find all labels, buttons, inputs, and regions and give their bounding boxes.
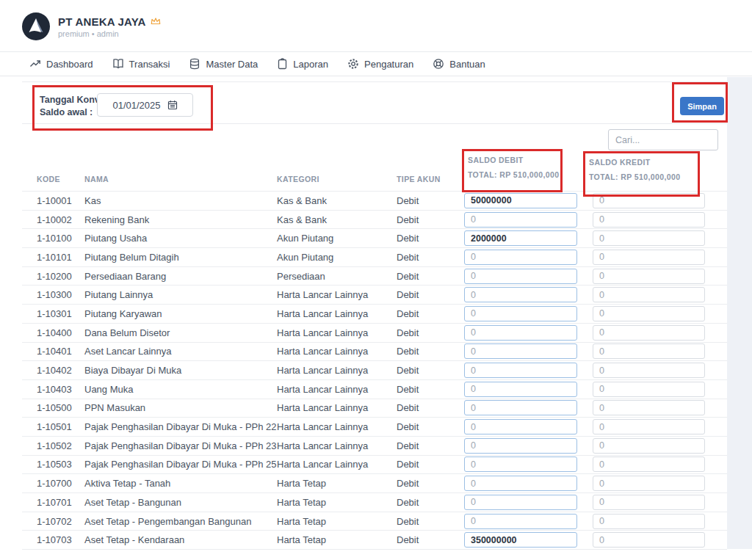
nav-item-bantuan[interactable]: Bantuan [433, 58, 485, 70]
cell-nama: Aset Tetap - Pengembangan Bangunan [84, 516, 277, 527]
cell-kategori: Harta Lancar Lainnya [277, 459, 397, 470]
kredit-amount-input[interactable] [593, 476, 705, 491]
kredit-amount-input[interactable] [593, 230, 705, 246]
kredit-amount-input[interactable] [593, 193, 705, 208]
cell-kategori: Kas & Bank [277, 214, 397, 225]
kredit-amount-input[interactable] [593, 250, 705, 265]
col-header-kode: KODE [37, 175, 60, 183]
cell-kategori: Harta Tetap [277, 478, 397, 489]
debit-amount-input[interactable] [464, 495, 577, 510]
cell-kategori: Harta Lancar Lainnya [277, 365, 397, 376]
cell-kategori: Harta Lancar Lainnya [277, 421, 397, 432]
table-row: 1-10301 Piutang Karyawan Harta Lancar La… [22, 305, 727, 324]
table-row: 1-10401 Aset Lancar Lainnya Harta Lancar… [22, 343, 727, 362]
kredit-amount-input[interactable] [593, 532, 705, 548]
cell-tipe-akun: Debit [397, 459, 464, 470]
nav-item-pengaturan[interactable]: Pengaturan [347, 58, 413, 70]
cell-kategori: Akun Piutang [277, 233, 397, 244]
nav-item-laporan[interactable]: Laporan [277, 58, 328, 70]
cell-nama: Pajak Penghasilan Dibayar Di Muka - PPh … [84, 421, 277, 432]
kredit-amount-input[interactable] [593, 400, 705, 415]
cell-nama: Piutang Karyawan [84, 308, 277, 319]
kredit-amount-input[interactable] [593, 363, 705, 378]
debit-amount-input[interactable] [464, 325, 577, 341]
cell-tipe-akun: Debit [397, 516, 464, 527]
main-nav: Dashboard Transaksi Master Data Laporan [0, 51, 752, 76]
nav-item-master-data[interactable]: Master Data [189, 58, 258, 70]
debit-amount-input[interactable] [464, 532, 577, 548]
kredit-amount-input[interactable] [593, 325, 705, 341]
table-row: 1-10701 Aset Tetap - Bangunan Harta Teta… [22, 493, 727, 512]
plan-role-subtitle: premium • admin [58, 29, 161, 38]
cell-kode: 1-10100 [22, 233, 84, 244]
table-row: 1-10500 PPN Masukan Harta Lancar Lainnya… [22, 399, 727, 418]
cell-tipe-akun: Debit [397, 195, 464, 206]
debit-amount-input[interactable] [464, 514, 577, 529]
cell-kategori: Harta Lancar Lainnya [277, 402, 397, 413]
debit-amount-input[interactable] [464, 343, 577, 359]
cell-tipe-akun: Debit [397, 271, 464, 282]
kredit-amount-input[interactable] [593, 212, 705, 228]
kredit-amount-input[interactable] [593, 306, 705, 321]
debit-amount-input[interactable] [464, 476, 577, 491]
nav-label: Transaksi [129, 59, 170, 70]
table-row: 1-10702 Aset Tetap - Pengembangan Bangun… [22, 512, 727, 531]
kredit-amount-input[interactable] [593, 269, 705, 284]
debit-amount-input[interactable] [464, 193, 577, 208]
brand[interactable]: PT ANEKA JAYA premium • admin [22, 12, 161, 40]
debit-amount-input[interactable] [464, 287, 577, 302]
debit-amount-input[interactable] [464, 400, 577, 415]
cell-kategori: Harta Lancar Lainnya [277, 308, 397, 319]
brand-text: PT ANEKA JAYA premium • admin [58, 15, 161, 38]
conversion-date-input[interactable]: 01/01/2025 [97, 93, 193, 117]
cell-kategori: Harta Lancar Lainnya [277, 440, 397, 451]
cell-tipe-akun: Debit [397, 308, 464, 319]
cell-nama: Aset Lancar Lainnya [84, 346, 277, 357]
nav-label: Master Data [206, 59, 258, 70]
nav-label: Laporan [293, 59, 328, 70]
debit-amount-input[interactable] [464, 382, 577, 397]
cell-kategori: Harta Tetap [277, 534, 397, 545]
kredit-amount-input[interactable] [593, 457, 705, 472]
app-header: PT ANEKA JAYA premium • admin [0, 0, 752, 51]
kredit-amount-input[interactable] [593, 287, 705, 302]
search-input[interactable] [608, 129, 718, 150]
cell-kode: 1-10703 [22, 534, 84, 545]
kredit-amount-input[interactable] [593, 495, 705, 510]
debit-amount-input[interactable] [464, 438, 577, 454]
kredit-amount-input[interactable] [593, 343, 705, 359]
kredit-amount-input[interactable] [593, 382, 705, 397]
gear-icon [347, 58, 359, 70]
debit-amount-input[interactable] [464, 212, 577, 228]
cell-tipe-akun: Debit [397, 402, 464, 413]
cell-tipe-akun: Debit [397, 534, 464, 545]
cell-tipe-akun: Debit [397, 233, 464, 244]
card-top-border [22, 81, 727, 82]
cell-kategori: Harta Tetap [277, 516, 397, 527]
cell-kode: 1-10101 [22, 252, 84, 263]
col-header-kategori: KATEGORI [277, 175, 319, 183]
cell-tipe-akun: Debit [397, 365, 464, 376]
debit-amount-input[interactable] [464, 306, 577, 321]
debit-amount-input[interactable] [464, 457, 577, 472]
calendar-icon [167, 100, 178, 110]
debit-amount-input[interactable] [464, 363, 577, 378]
debit-amount-input[interactable] [464, 250, 577, 265]
nav-item-dashboard[interactable]: Dashboard [29, 58, 93, 70]
cell-tipe-akun: Debit [397, 384, 464, 395]
book-icon [112, 58, 124, 70]
cell-nama: Aset Tetap - Bangunan [84, 497, 277, 508]
nav-item-transaksi[interactable]: Transaksi [112, 58, 170, 70]
date-value: 01/01/2025 [112, 100, 160, 111]
debit-amount-input[interactable] [464, 419, 577, 434]
kredit-amount-input[interactable] [593, 438, 705, 454]
cell-kategori: Harta Lancar Lainnya [277, 346, 397, 357]
save-button[interactable]: Simpan [680, 97, 724, 115]
kredit-amount-input[interactable] [593, 419, 705, 434]
crown-icon [151, 17, 161, 26]
table-row: 1-10001 Kas Kas & Bank Debit [22, 192, 727, 211]
cell-kode: 1-10401 [22, 346, 84, 357]
kredit-amount-input[interactable] [593, 514, 705, 529]
debit-amount-input[interactable] [464, 230, 577, 246]
debit-amount-input[interactable] [464, 269, 577, 284]
